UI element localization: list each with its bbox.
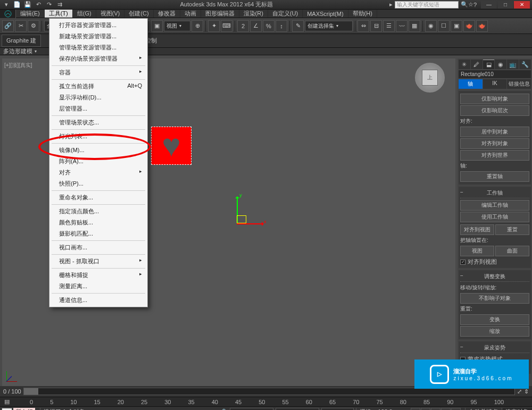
- btn-align-view[interactable]: 对齐到视图: [460, 224, 494, 235]
- viewport-label[interactable]: [+][顶][真实]: [4, 62, 32, 69]
- tab-hierarchy-icon[interactable]: ⬓: [483, 60, 495, 69]
- btn-reset-pivot[interactable]: 重置轴: [460, 171, 529, 182]
- tool-percent-icon[interactable]: %: [263, 20, 275, 32]
- prev-frame-icon[interactable]: ◀: [421, 408, 430, 411]
- x-axis-arrow[interactable]: [237, 223, 263, 224]
- script-listener-min[interactable]: [2, 408, 12, 410]
- coord-x[interactable]: X: 10200.29m: [230, 408, 274, 411]
- coord-y[interactable]: Y: 1180.623m: [276, 408, 319, 411]
- trackbar-toggle-icon[interactable]: ▤: [0, 397, 14, 406]
- goto-start-icon[interactable]: ⏮: [411, 408, 420, 411]
- tab-motion-icon[interactable]: ◉: [495, 60, 506, 69]
- btn-center-obj[interactable]: 居中到对象: [460, 127, 529, 137]
- app-dropdown-icon[interactable]: ▾: [2, 1, 11, 9]
- help-search-input[interactable]: 输入关键字或短语: [395, 1, 459, 9]
- btn-align-obj[interactable]: 对齐到对象: [460, 138, 529, 149]
- viewcube[interactable]: 上: [415, 63, 445, 93]
- autokey-button[interactable]: 自动关键点: [465, 408, 501, 410]
- tool-scale-icon[interactable]: ▣: [151, 20, 163, 32]
- menu-item[interactable]: 层管理器...: [49, 103, 147, 114]
- scene-object-rectangle[interactable]: ♥: [151, 127, 192, 165]
- close-button[interactable]: ✕: [514, 1, 530, 9]
- tool-curveed-icon[interactable]: 〰: [396, 20, 408, 32]
- btn-align-world[interactable]: 对齐到世界: [460, 150, 529, 161]
- btn-use-wp[interactable]: 使用工作轴: [460, 212, 529, 222]
- tool-spinner-icon[interactable]: ↕: [276, 20, 287, 32]
- menu-item[interactable]: 管理场景资源管理器...: [49, 42, 147, 53]
- menu-item[interactable]: 孤立当前选择Alt+Q: [49, 81, 147, 92]
- goto-end-icon[interactable]: ⏭: [451, 408, 461, 411]
- app-menu-icon[interactable]: [0, 10, 16, 18]
- btn-place-surf[interactable]: 曲面: [495, 246, 529, 256]
- btn-affect-hier[interactable]: 仅影响层次: [460, 105, 529, 116]
- skin-title[interactable]: 蒙皮姿势: [460, 343, 529, 353]
- menu-item[interactable]: 重命名对象...: [49, 192, 147, 203]
- tool-unlink-icon[interactable]: ✂: [15, 20, 27, 32]
- collapse-icon[interactable]: ⇕: [524, 388, 529, 395]
- btn-noaffect-child[interactable]: 不影响子对象: [460, 293, 529, 304]
- tool-editset-icon[interactable]: ✎: [292, 20, 304, 32]
- menu-tools[interactable]: 工具(T): [45, 10, 73, 18]
- tool-rendersetup-icon[interactable]: ☐: [438, 20, 450, 32]
- tool-pivot-icon[interactable]: ⊕: [192, 20, 203, 32]
- menu-render[interactable]: 渲染(R): [239, 10, 268, 18]
- btn-reset-scale[interactable]: 缩放: [460, 326, 529, 337]
- star-icon[interactable]: ☆: [468, 1, 473, 8]
- tool-schem-icon[interactable]: ▦: [409, 20, 420, 32]
- menu-create[interactable]: 创建(C): [124, 10, 153, 18]
- minimize-button[interactable]: —: [481, 1, 497, 9]
- menu-item[interactable]: 通道信息...: [49, 295, 147, 306]
- next-frame-icon[interactable]: ▶: [441, 408, 451, 411]
- menu-view[interactable]: 视图(V): [96, 10, 125, 18]
- tool-link-icon[interactable]: 🔗: [2, 20, 14, 32]
- maximize-button[interactable]: □: [497, 1, 513, 9]
- menu-item[interactable]: 容器: [49, 67, 147, 78]
- redo-icon[interactable]: ↷: [45, 1, 53, 9]
- script-listener-macro[interactable]: 所在行: [13, 408, 35, 410]
- menu-grapheditors[interactable]: 图形编辑器: [201, 10, 239, 18]
- undo-icon[interactable]: ↶: [34, 1, 43, 9]
- tool-layer-icon[interactable]: ☰: [383, 20, 395, 32]
- menu-item[interactable]: 管理场景状态...: [49, 117, 147, 128]
- subtab-linkinfo[interactable]: 链接信息: [507, 79, 531, 89]
- menu-item[interactable]: 视口画布...: [49, 242, 147, 253]
- expand-icon[interactable]: ⤢: [517, 388, 522, 395]
- save-icon[interactable]: 💾: [23, 1, 32, 9]
- menu-item[interactable]: 摄影机匹配...: [49, 228, 147, 239]
- btn-affect-obj[interactable]: 仅影响对象: [460, 94, 529, 104]
- selset-dropdown[interactable]: 选定对象: [502, 408, 532, 410]
- tab-create-icon[interactable]: ✳: [459, 60, 470, 69]
- time-ruler[interactable]: ▤ 05101520253035404550556065707580859095…: [0, 397, 532, 406]
- coord-z[interactable]: Z: 0.0mm: [321, 408, 353, 411]
- menu-item[interactable]: 颜色剪贴板...: [49, 217, 147, 228]
- menu-custom[interactable]: 自定义(U): [268, 10, 303, 18]
- tool-mirror-icon[interactable]: ⇔: [358, 20, 369, 32]
- tool-bind-icon[interactable]: ⚙: [28, 20, 39, 32]
- ribbon-polymodel-label[interactable]: 多边形建模: [3, 47, 32, 55]
- tab-utilities-icon[interactable]: 🔧: [519, 60, 531, 69]
- tool-snap2d-icon[interactable]: 2: [237, 20, 249, 32]
- menu-item[interactable]: 新建场景资源管理器...: [49, 31, 147, 42]
- new-icon[interactable]: 📄: [13, 1, 21, 9]
- xy-plane-handle[interactable]: [237, 215, 246, 223]
- tool-manip-icon[interactable]: ✦: [208, 20, 220, 32]
- tool-align-icon[interactable]: ⊟: [370, 20, 382, 32]
- btn-place-view[interactable]: 视图: [460, 246, 494, 256]
- btn-edit-wp[interactable]: 编辑工作轴: [460, 200, 529, 211]
- btn-reset-transform[interactable]: 变换: [460, 314, 529, 325]
- working-title[interactable]: 工作轴: [460, 188, 529, 198]
- viewcube-face[interactable]: 上: [422, 70, 438, 86]
- tool-quickrender-icon[interactable]: 🫖: [476, 20, 488, 32]
- menu-item[interactable]: 保存的场景资源管理器: [49, 53, 147, 64]
- play-icon[interactable]: ▶: [431, 408, 440, 411]
- ref-coord-select[interactable]: 视图: [164, 21, 190, 31]
- menu-group[interactable]: 组(G): [73, 10, 96, 18]
- tab-display-icon[interactable]: 📺: [507, 60, 519, 69]
- tool-render-icon[interactable]: 🫖: [463, 20, 475, 32]
- time-slider[interactable]: [23, 388, 515, 395]
- menu-item[interactable]: 指定顶点颜色...: [49, 206, 147, 217]
- check-align-view[interactable]: ✓对齐到视图: [460, 257, 529, 266]
- object-name-field[interactable]: Rectangle010: [459, 70, 531, 78]
- menu-anim[interactable]: 动画: [180, 10, 201, 18]
- subtab-ik[interactable]: IK: [483, 79, 507, 89]
